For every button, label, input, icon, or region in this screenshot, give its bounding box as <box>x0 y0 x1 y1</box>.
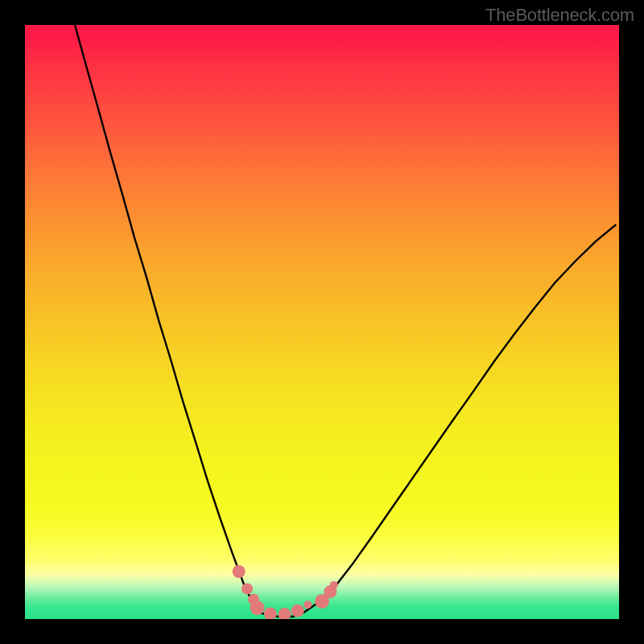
curve-marker-4 <box>264 607 277 619</box>
curve-markers <box>233 565 338 619</box>
curve-marker-1 <box>242 583 253 594</box>
chart-frame: TheBottleneck.com <box>0 0 644 644</box>
watermark-text: TheBottleneck.com <box>485 5 634 26</box>
curve-marker-6 <box>291 605 304 617</box>
curve-right-branch <box>278 225 616 617</box>
bottleneck-curve <box>75 25 616 617</box>
curve-marker-10 <box>330 581 338 589</box>
curve-left-branch <box>75 25 278 617</box>
curve-marker-0 <box>233 565 246 578</box>
curve-marker-3 <box>250 601 265 615</box>
curve-marker-5 <box>279 608 291 619</box>
chart-svg <box>25 25 619 619</box>
plot-area <box>25 25 619 619</box>
curve-marker-7 <box>303 601 312 609</box>
